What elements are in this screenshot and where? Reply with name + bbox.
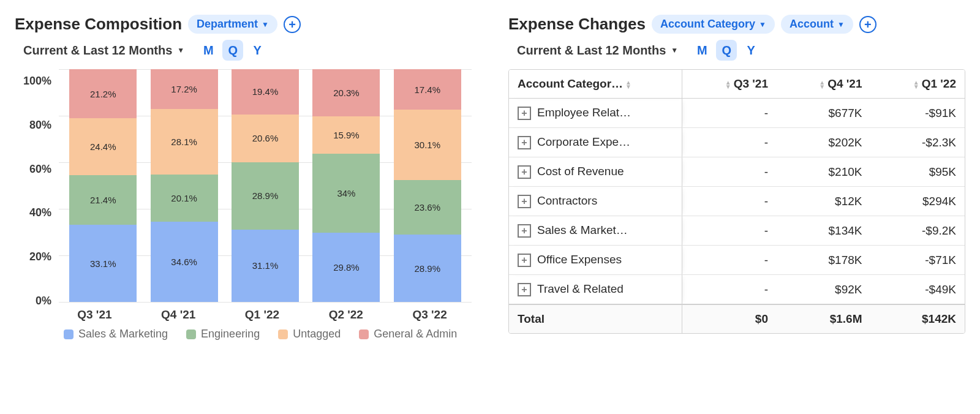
chart-x-axis: Q3 '21Q4 '21Q1 '22Q2 '22Q3 '22 [53, 308, 472, 322]
bar-segment[interactable]: 20.3% [312, 69, 380, 116]
bar-segment[interactable]: 28.9% [394, 235, 461, 302]
expand-row-button[interactable]: + [518, 107, 531, 120]
column-header[interactable]: ▲▼Q4 '21 [777, 70, 871, 99]
expand-row-button[interactable]: + [518, 165, 531, 179]
bar-column[interactable]: 31.1%28.9%20.6%19.4% [232, 69, 299, 302]
expand-row-button[interactable]: + [518, 136, 531, 149]
table-cell: $677K [777, 99, 871, 128]
chip-label: Department [197, 18, 258, 31]
bar-segment[interactable]: 17.4% [394, 69, 461, 110]
expand-row-button[interactable]: + [518, 283, 531, 296]
bar-column[interactable]: 33.1%21.4%24.4%21.2% [69, 69, 137, 302]
bar-segment[interactable]: 28.9% [232, 162, 299, 230]
bar-segment[interactable]: 34.6% [151, 222, 218, 302]
granularity-year-button[interactable]: Y [247, 40, 268, 61]
y-tick-label: 40% [23, 206, 51, 219]
bar-segment[interactable]: 23.6% [394, 180, 461, 235]
legend-swatch [278, 329, 288, 339]
legend-item[interactable]: Sales & Marketing [64, 328, 168, 341]
period-label: Current & Last 12 Months [517, 43, 666, 58]
bar-segment[interactable]: 30.1% [394, 110, 461, 179]
bar-segment[interactable]: 31.1% [232, 230, 299, 302]
filter-chip-department[interactable]: Department ▼ [188, 15, 277, 34]
table-row: +Travel & Related-$92K-$49K [509, 275, 965, 305]
sort-icon[interactable]: ▲▼ [819, 80, 825, 89]
bar-segment[interactable]: 21.2% [69, 69, 137, 118]
add-filter-button[interactable]: + [284, 16, 301, 33]
y-tick-label: 60% [23, 163, 51, 176]
table-total-row: Total$0$1.6M$142K [509, 304, 965, 333]
granularity-month-button[interactable]: M [198, 40, 219, 61]
expense-composition-panel: Expense Composition Department ▼ + Curre… [15, 15, 472, 341]
column-header-label: Account Categor… [518, 77, 623, 90]
chevron-down-icon: ▼ [759, 20, 766, 29]
row-name-cell: +Office Expenses [509, 246, 682, 275]
row-name-label: Contractors [537, 194, 597, 207]
expand-row-button[interactable]: + [518, 254, 531, 267]
bar-segment[interactable]: 28.1% [151, 109, 218, 175]
row-name-cell: +Contractors [509, 187, 682, 216]
x-tick-label: Q2 '22 [329, 308, 363, 322]
row-name-label: Cost of Revenue [537, 165, 624, 178]
bar-segment[interactable]: 33.1% [69, 225, 137, 302]
table-cell: $178K [777, 246, 871, 275]
table-cell: - [682, 187, 777, 216]
filter-chip-account[interactable]: Account ▼ [781, 15, 853, 34]
table-cell: -$9.2K [870, 216, 965, 246]
table-cell: $210K [777, 157, 871, 187]
bar-column[interactable]: 34.6%20.1%28.1%17.2% [151, 69, 218, 302]
period-selector[interactable]: Current & Last 12 Months ▼ [517, 43, 678, 58]
bar-segment[interactable]: 29.8% [312, 233, 380, 302]
sort-icon[interactable]: ▲▼ [625, 80, 631, 89]
bar-segment[interactable]: 19.4% [232, 69, 299, 115]
sort-icon[interactable]: ▲▼ [725, 80, 731, 89]
row-name-label: Office Expenses [537, 253, 622, 266]
bar-segment[interactable]: 21.4% [69, 175, 137, 225]
granularity-quarter-button[interactable]: Q [222, 40, 243, 61]
legend-label: Engineering [201, 328, 260, 341]
granularity-year-button[interactable]: Y [741, 40, 761, 61]
filter-chip-account-category[interactable]: Account Category ▼ [652, 15, 775, 34]
column-header[interactable]: ▲▼Q1 '22 [870, 70, 965, 99]
table-cell: $12K [777, 187, 871, 216]
legend-swatch [64, 329, 74, 339]
bar-segment[interactable]: 34% [312, 154, 380, 233]
table-cell: -$71K [870, 246, 965, 275]
y-tick-label: 80% [23, 119, 51, 132]
legend-item[interactable]: Untagged [278, 328, 341, 341]
sort-icon[interactable]: ▲▼ [913, 80, 919, 89]
column-header[interactable]: ▲▼Q3 '21 [682, 70, 777, 99]
column-header-label: Q3 '21 [734, 77, 768, 90]
bar-segment[interactable]: 20.6% [232, 115, 299, 162]
expand-row-button[interactable]: + [518, 224, 531, 238]
x-tick-label: Q3 '22 [412, 308, 447, 322]
bar-segment[interactable]: 20.1% [151, 175, 218, 221]
bar-column[interactable]: 28.9%23.6%30.1%17.4% [394, 69, 461, 302]
expand-row-button[interactable]: + [518, 195, 531, 208]
bar-column[interactable]: 29.8%34%15.9%20.3% [312, 69, 380, 302]
bar-segment[interactable]: 24.4% [69, 118, 137, 175]
y-tick-label: 20% [23, 250, 51, 263]
legend-item[interactable]: Engineering [186, 328, 260, 341]
legend-item[interactable]: General & Admin [359, 328, 457, 341]
table-row: +Corporate Expe…-$202K-$2.3K [509, 128, 965, 157]
y-tick-label: 0% [23, 295, 51, 307]
page-title-changes: Expense Changes [508, 15, 646, 34]
row-name-label: Employee Relat… [537, 106, 631, 119]
granularity-month-button[interactable]: M [692, 40, 712, 61]
row-name-cell: +Employee Relat… [509, 99, 682, 128]
chart-bars: 33.1%21.4%24.4%21.2%34.6%20.1%28.1%17.2%… [59, 69, 472, 302]
y-tick-label: 100% [23, 75, 51, 88]
granularity-quarter-button[interactable]: Q [716, 40, 737, 61]
page-title-composition: Expense Composition [15, 15, 182, 34]
add-filter-button[interactable]: + [859, 16, 876, 33]
table-cell: - [682, 246, 777, 275]
bar-segment[interactable]: 15.9% [312, 116, 380, 153]
table-row: +Office Expenses-$178K-$71K [509, 246, 965, 275]
period-selector[interactable]: Current & Last 12 Months ▼ [23, 43, 184, 58]
table-row: +Sales & Market…-$134K-$9.2K [509, 216, 965, 246]
bar-segment[interactable]: 17.2% [151, 69, 218, 109]
chip-label: Account Category [660, 18, 755, 31]
column-header-category[interactable]: Account Categor…▲▼ [509, 70, 682, 99]
table-cell: -$91K [870, 99, 965, 128]
